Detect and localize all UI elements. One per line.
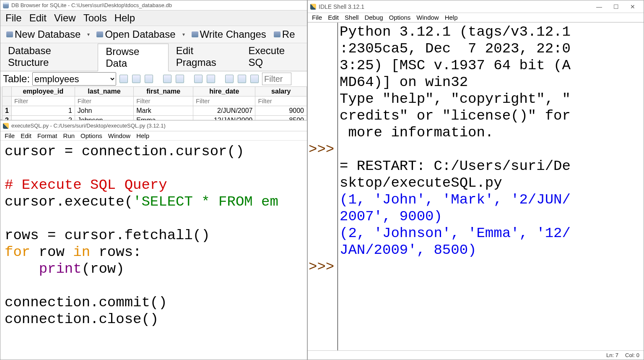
menu-file[interactable]: File — [5, 132, 15, 139]
python-icon — [310, 4, 316, 10]
editor-code-area[interactable]: cursor = connection.cursor() # Execute S… — [0, 141, 307, 330]
code-line: connection.close() — [5, 311, 158, 327]
row-number[interactable]: 1 — [3, 106, 12, 116]
col-first-name[interactable]: first_name — [134, 87, 193, 97]
menu-edit[interactable]: Edit — [21, 132, 31, 139]
menu-window[interactable]: Window — [416, 14, 439, 21]
shell-banner: MD64)] on win32 — [340, 74, 468, 90]
col-last-name[interactable]: last_name — [75, 87, 133, 97]
cell-salary[interactable]: 9000 — [255, 106, 307, 116]
editor-menubar: File Edit Format Run Options Window Help — [0, 131, 307, 141]
menu-edit[interactable]: Edit — [328, 14, 339, 21]
idle-editor-window: executeSQL.py - C:/Users/suri/Desktop/ex… — [0, 120, 307, 360]
col-hire-date[interactable]: hire_date — [193, 87, 255, 97]
browse-toolbar: Table: employees — [0, 71, 307, 86]
new-database-button[interactable]: New Database — [3, 27, 84, 42]
filter-last-name[interactable] — [78, 97, 131, 104]
chevron-down-icon[interactable]: ▾ — [85, 31, 92, 37]
database-open-icon — [96, 31, 103, 37]
tab-browse-data[interactable]: Browse Data — [98, 44, 168, 71]
db-browser-titlebar[interactable]: DB Browser for SQLite - C:\Users\suri\De… — [0, 0, 307, 10]
shell-restart: sktop/executeSQL.py — [340, 175, 502, 191]
table-select[interactable]: employees — [32, 72, 116, 86]
code-keyword: in — [73, 244, 90, 260]
menu-edit[interactable]: Edit — [29, 12, 47, 24]
col-salary[interactable]: salary — [255, 87, 307, 97]
menu-window[interactable]: Window — [108, 132, 130, 139]
table-row[interactable]: 1 1 John Mark 2/JUN/2007 9000 — [3, 106, 307, 116]
tab-edit-pragmas[interactable]: Edit Pragmas — [169, 43, 241, 71]
code-text: row — [30, 244, 73, 260]
menu-debug[interactable]: Debug — [364, 14, 383, 21]
replace-icon[interactable] — [250, 75, 259, 83]
menu-tools[interactable]: Tools — [83, 12, 107, 24]
filter-row — [3, 97, 307, 106]
menu-options[interactable]: Options — [80, 132, 102, 139]
menu-help[interactable]: Help — [114, 12, 135, 24]
code-line: cursor = connection.cursor() — [5, 143, 244, 159]
find-icon[interactable] — [238, 75, 246, 83]
code-text: (row) — [82, 261, 125, 277]
export-icon[interactable] — [176, 75, 184, 83]
window-controls: — ☐ ✕ — [591, 1, 641, 13]
menu-help[interactable]: Help — [136, 132, 149, 139]
code-builtin: print — [39, 261, 82, 277]
cell-last-name[interactable]: John — [75, 106, 133, 116]
filter-first-name[interactable] — [136, 97, 190, 104]
close-button[interactable]: ✕ — [624, 1, 641, 13]
menu-shell[interactable]: Shell — [345, 14, 358, 21]
editor-title: executeSQL.py - C:/Users/suri/Desktop/ex… — [11, 123, 166, 129]
db-browser-toolbar: New Database ▾ Open Database ▾ Write Cha… — [0, 26, 307, 43]
python-icon — [3, 123, 9, 129]
code-indent — [5, 261, 39, 277]
shell-stdout: (2, 'Johnson', 'Emma', '12/ — [340, 225, 571, 241]
menu-run[interactable]: Run — [63, 132, 75, 139]
save-filter-icon[interactable] — [145, 75, 153, 83]
col-employee-id[interactable]: employee_id — [11, 87, 75, 97]
shell-banner: credits" or "license()" for — [340, 108, 571, 124]
status-col: Col: 0 — [625, 352, 639, 358]
status-line: Ln: 7 — [606, 352, 618, 358]
editor-titlebar[interactable]: executeSQL.py - C:/Users/suri/Desktop/ex… — [0, 120, 307, 131]
idle-shell-window: IDLE Shell 3.12.1 — ☐ ✕ File Edit Shell … — [307, 0, 644, 360]
minimize-button[interactable]: — — [591, 1, 608, 13]
header-row: employee_id last_name first_name hire_da… — [3, 87, 307, 97]
refresh-icon[interactable] — [119, 75, 128, 83]
code-keyword: for — [5, 244, 30, 260]
shell-statusbar: Ln: 7 Col: 0 — [308, 350, 644, 360]
maximize-button[interactable]: ☐ — [608, 1, 624, 13]
filter-employee-id[interactable] — [14, 97, 72, 104]
database-icon — [3, 3, 9, 8]
chevron-down-icon[interactable]: ▾ — [180, 31, 187, 37]
menu-view[interactable]: View — [54, 12, 76, 24]
cell-first-name[interactable]: Mark — [134, 106, 193, 116]
menu-help[interactable]: Help — [445, 14, 458, 21]
print-icon[interactable] — [163, 75, 171, 83]
shell-titlebar[interactable]: IDLE Shell 3.12.1 — ☐ ✕ — [308, 0, 644, 13]
shell-menubar: File Edit Shell Debug Options Window Hel… — [308, 13, 644, 22]
open-database-button[interactable]: Open Database — [93, 27, 179, 42]
write-changes-button[interactable]: Write Changes — [188, 27, 270, 42]
clear-filter-icon[interactable] — [132, 75, 140, 83]
goto-icon[interactable] — [225, 75, 234, 83]
cell-hire-date[interactable]: 2/JUN/2007 — [193, 106, 255, 116]
code-text: rows: — [90, 244, 141, 260]
tab-database-structure[interactable]: Database Structure — [0, 43, 98, 71]
cell-employee-id[interactable]: 1 — [11, 106, 75, 116]
delete-row-icon[interactable] — [207, 75, 215, 83]
revert-changes-button[interactable]: Re — [270, 27, 299, 42]
tab-execute-sql[interactable]: Execute SQ — [241, 43, 307, 71]
insert-row-icon[interactable] — [194, 75, 203, 83]
filter-hire-date[interactable] — [196, 97, 252, 104]
quick-filter-input[interactable] — [262, 73, 291, 85]
shell-body[interactable]: >>> >>> Python 3.12.1 (tags/v3.12.1 :230… — [308, 22, 644, 350]
filter-salary[interactable] — [258, 97, 304, 104]
menu-options[interactable]: Options — [389, 14, 411, 21]
menu-file[interactable]: File — [312, 14, 322, 21]
table-label: Table: — [3, 73, 30, 85]
menu-format[interactable]: Format — [37, 132, 57, 139]
open-database-label: Open Database — [105, 29, 175, 40]
shell-output-area[interactable]: Python 3.12.1 (tags/v3.12.1 :2305ca5, De… — [338, 23, 644, 350]
filter-corner — [3, 97, 12, 106]
menu-file[interactable]: File — [5, 12, 22, 24]
